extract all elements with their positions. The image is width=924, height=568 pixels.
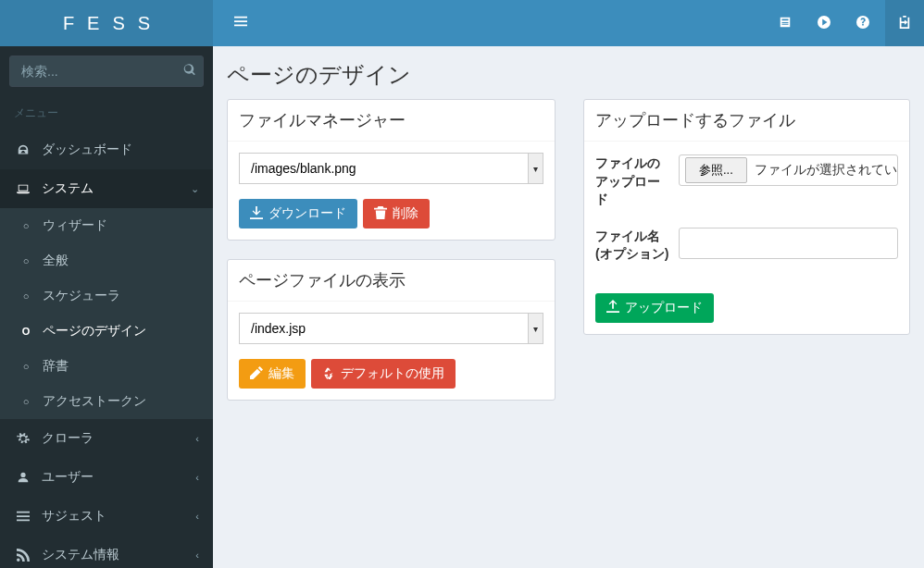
circle-icon: ○ xyxy=(19,290,33,302)
user-icon xyxy=(14,471,32,484)
upload-title: アップロードするファイル xyxy=(595,109,898,131)
sidebar-item-label: サジェスト xyxy=(42,508,106,525)
list-icon xyxy=(14,510,32,523)
circle-icon: O xyxy=(19,326,33,337)
hamburger-icon xyxy=(234,15,247,31)
edit-button[interactable]: 編集 xyxy=(239,359,306,389)
sidebar-item-access-token[interactable]: ○アクセストークン xyxy=(0,384,213,419)
play-circle-icon xyxy=(818,16,830,31)
help-circle-icon xyxy=(856,16,869,31)
logo-text: FESS xyxy=(50,13,163,34)
sidebar-item-scheduler[interactable]: ○スケジューラ xyxy=(0,278,213,314)
chevron-left-icon: ‹ xyxy=(195,433,199,444)
search-icon xyxy=(183,66,196,80)
content-header: ページのデザイン xyxy=(213,46,924,99)
button-label: ダウンロード xyxy=(268,205,346,222)
file-status-text: ファイルが選択されてい xyxy=(747,162,897,179)
page-title: ページのデザイン xyxy=(227,60,910,90)
filename-input[interactable] xyxy=(679,228,898,259)
file-upload-label: ファイルのアップロード xyxy=(595,154,679,209)
download-button[interactable]: ダウンロード xyxy=(239,199,357,228)
sidebar-item-suggest[interactable]: サジェスト ‹ xyxy=(0,497,213,536)
topbar-help-button[interactable] xyxy=(846,6,880,40)
chevron-left-icon: ‹ xyxy=(195,472,199,483)
logout-icon xyxy=(898,16,911,31)
filename-label: ファイル名 (オプション) xyxy=(595,228,679,264)
upload-button[interactable]: アップロード xyxy=(595,293,714,323)
upload-box: アップロードするファイル ファイルのアップロード 参照... ファイルが選択され… xyxy=(583,99,910,335)
sidebar-item-label: ページのデザイン xyxy=(43,323,146,340)
file-manager-box: ファイルマネージャー /images/blank.png ▾ ダウンロード xyxy=(227,99,556,241)
sidebar-item-label: システム情報 xyxy=(42,547,119,563)
sidebar-item-system-info[interactable]: システム情報 ‹ xyxy=(0,536,213,568)
browse-button[interactable]: 参照... xyxy=(685,157,747,183)
circle-icon: ○ xyxy=(19,361,33,372)
logo[interactable]: FESS xyxy=(0,0,213,46)
sidebar-item-label: ウィザード xyxy=(43,217,107,234)
sidebar-item-label: 辞書 xyxy=(43,358,69,375)
rss-icon xyxy=(14,549,32,562)
search-button[interactable] xyxy=(183,64,196,80)
chevron-left-icon: ‹ xyxy=(195,549,199,561)
sidebar-item-label: ユーザー xyxy=(42,469,94,486)
sidebar-item-label: システム xyxy=(42,180,94,197)
sidebar-item-wizard[interactable]: ○ウィザード xyxy=(0,208,213,243)
sidebar-item-user[interactable]: ユーザー ‹ xyxy=(0,458,213,497)
sidebar-item-system[interactable]: システム ⌄ xyxy=(0,169,213,208)
sidebar-item-page-design[interactable]: Oページのデザイン xyxy=(0,314,213,349)
sidebar-item-dashboard[interactable]: ダッシュボード xyxy=(0,130,213,169)
chevron-left-icon: ‹ xyxy=(195,511,199,522)
download-icon xyxy=(250,206,263,222)
page-file-select[interactable]: /index.jsp xyxy=(239,313,543,344)
file-manager-title: ファイルマネージャー xyxy=(239,109,543,131)
sidebar-item-crawler[interactable]: クローラ ‹ xyxy=(0,419,213,458)
content: ファイルマネージャー /images/blank.png ▾ ダウンロード xyxy=(213,99,924,414)
topbar-logout-button[interactable] xyxy=(885,0,924,46)
topbar-play-button[interactable] xyxy=(807,6,841,40)
laptop-icon xyxy=(14,182,32,195)
sidebar-item-label: スケジューラ xyxy=(43,288,120,304)
sidebar-item-label: アクセストークン xyxy=(43,393,146,410)
topbar xyxy=(213,0,924,46)
circle-icon: ○ xyxy=(19,396,33,407)
search-box xyxy=(9,56,204,87)
sidebar-item-general[interactable]: ○全般 xyxy=(0,243,213,278)
main: ページのデザイン ファイルマネージャー /images/blank.png ▾ xyxy=(213,0,924,568)
dashboard-icon xyxy=(14,143,32,156)
recycle-icon xyxy=(322,366,335,382)
button-label: 編集 xyxy=(268,365,294,382)
page-file-title: ページファイルの表示 xyxy=(239,269,543,291)
button-label: 削除 xyxy=(393,205,418,222)
sidebar-item-label: ダッシュボード xyxy=(42,142,132,158)
delete-button[interactable]: 削除 xyxy=(363,199,430,228)
menu-header: メニュー xyxy=(0,96,213,130)
search-input[interactable] xyxy=(9,56,204,87)
trash-icon xyxy=(374,206,387,222)
file-manager-select[interactable]: /images/blank.png xyxy=(239,153,543,184)
submenu-system: ○ウィザード ○全般 ○スケジューラ Oページのデザイン ○辞書 ○アクセストー… xyxy=(0,208,213,419)
sidebar-item-dictionary[interactable]: ○辞書 xyxy=(0,349,213,384)
use-default-button[interactable]: デフォルトの使用 xyxy=(311,359,456,389)
upload-icon xyxy=(606,300,619,315)
circle-icon: ○ xyxy=(19,255,33,266)
chevron-down-icon: ⌄ xyxy=(191,183,199,195)
page-file-box: ページファイルの表示 /index.jsp ▾ 編集 xyxy=(227,259,556,401)
pencil-icon xyxy=(250,366,263,382)
button-label: デフォルトの使用 xyxy=(341,365,444,382)
sidebar: FESS メニュー ダッシュボード システム ⌄ ○ウィザード ○全般 ○スケジ… xyxy=(0,0,213,568)
circle-icon: ○ xyxy=(19,220,33,231)
sidebar-item-label: クローラ xyxy=(42,430,94,447)
sidebar-item-label: 全般 xyxy=(43,253,69,269)
file-input[interactable]: 参照... ファイルが選択されてい xyxy=(679,154,898,186)
menu-toggle-button[interactable] xyxy=(227,7,255,39)
topbar-news-button[interactable] xyxy=(768,6,802,40)
newspaper-icon xyxy=(779,16,792,31)
gear-icon xyxy=(14,432,32,445)
button-label: アップロード xyxy=(625,300,703,316)
